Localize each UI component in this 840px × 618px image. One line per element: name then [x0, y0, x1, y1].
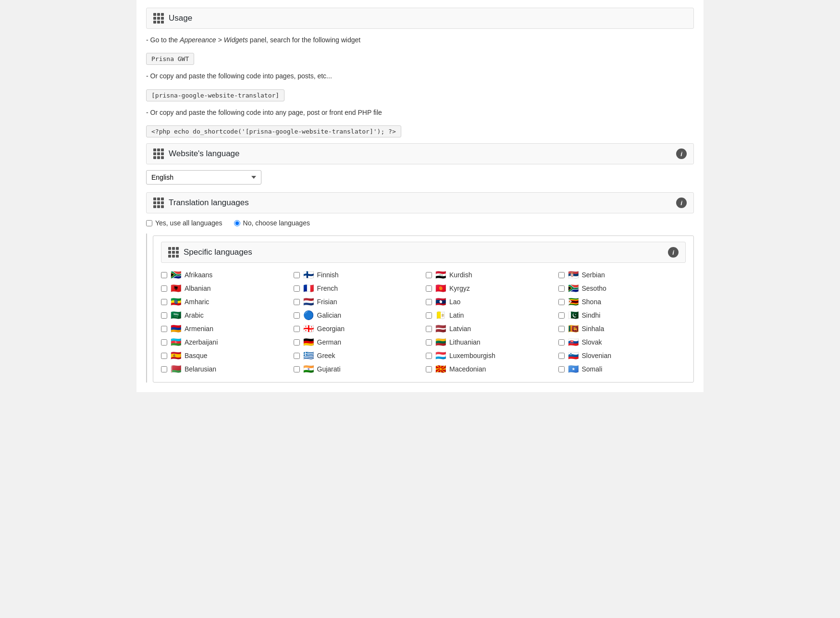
lang-checkbox-macedonian[interactable]: [426, 366, 432, 372]
lang-label-galician: Galician: [317, 311, 342, 319]
website-language-select[interactable]: English Afrikaans Albanian Amharic Arabi…: [146, 170, 261, 185]
grid-dot: [168, 255, 171, 258]
choose-languages-label[interactable]: No, choose languages: [234, 219, 310, 227]
lang-checkbox-arabic[interactable]: [161, 312, 167, 319]
translation-languages-info-icon[interactable]: i: [676, 198, 687, 208]
lang-checkbox-latvian[interactable]: [426, 326, 432, 332]
lang-checkbox-belarusian[interactable]: [161, 366, 167, 372]
website-language-drag-handle[interactable]: [153, 148, 164, 159]
lang-checkbox-kyrgyz[interactable]: [426, 285, 432, 292]
lang-checkbox-gujarati[interactable]: [294, 366, 300, 372]
website-language-header-left: Website's language: [153, 148, 240, 159]
list-item: 🇬🇷 Greek: [294, 350, 421, 361]
lang-checkbox-serbian[interactable]: [558, 272, 565, 278]
list-item: 🇵🇰 Sindhi: [558, 310, 686, 321]
lang-checkbox-amharic[interactable]: [161, 299, 167, 305]
lang-checkbox-lithuanian[interactable]: [426, 339, 432, 346]
list-item: 🇦🇱 Albanian: [161, 283, 289, 294]
list-item: 🇲🇰 Macedonian: [426, 364, 554, 374]
list-item: 🇮🇶 Kurdish: [426, 270, 554, 280]
lang-checkbox-armenian[interactable]: [161, 326, 167, 332]
lang-label-slovak: Slovak: [582, 338, 602, 346]
use-all-languages-checkbox[interactable]: [146, 220, 152, 226]
use-all-languages-label[interactable]: Yes, use all languages: [146, 219, 222, 227]
lang-checkbox-afrikaans[interactable]: [161, 272, 167, 278]
grid-dot: [157, 201, 160, 204]
lang-checkbox-finnish[interactable]: [294, 272, 300, 278]
lang-checkbox-azerbaijani[interactable]: [161, 339, 167, 346]
grid-dot: [153, 152, 156, 155]
grid-dot: [153, 148, 156, 151]
specific-languages-header-left: Specific languages: [168, 247, 252, 258]
lang-checkbox-georgian[interactable]: [294, 326, 300, 332]
flag-kyrgyz: 🇰🇬: [435, 285, 446, 292]
lang-checkbox-basque[interactable]: [161, 353, 167, 359]
lang-label-german: German: [317, 338, 342, 346]
lang-label-lithuanian: Lithuanian: [449, 338, 481, 346]
use-all-languages-text: Yes, use all languages: [155, 219, 222, 227]
php-code-block: <?php echo do_shortcode('[prisna-google-…: [146, 125, 401, 137]
website-language-title: Website's language: [169, 149, 240, 159]
translation-languages-drag-handle[interactable]: [153, 198, 164, 208]
choose-languages-radio[interactable]: [234, 220, 240, 226]
lang-checkbox-albanian[interactable]: [161, 285, 167, 292]
shortcode-block: [prisna-google-website-translator]: [146, 89, 284, 101]
lang-label-frisian: Frisian: [317, 298, 337, 306]
lang-checkbox-sindhi[interactable]: [558, 312, 565, 319]
language-select-wrap: English Afrikaans Albanian Amharic Arabi…: [146, 170, 694, 185]
lang-label-sesotho: Sesotho: [582, 284, 606, 292]
flag-afrikaans: 🇿🇦: [171, 272, 181, 279]
list-item: 🇸🇴 Somali: [558, 364, 686, 374]
lang-checkbox-sesotho[interactable]: [558, 285, 565, 292]
flag-lao: 🇱🇦: [435, 298, 446, 306]
lang-checkbox-slovak[interactable]: [558, 339, 565, 346]
lang-checkbox-shona[interactable]: [558, 299, 565, 305]
grid-dot: [157, 17, 160, 20]
lang-label-kyrgyz: Kyrgyz: [449, 284, 470, 292]
lang-checkbox-luxembourgish[interactable]: [426, 353, 432, 359]
list-item: 🇩🇪 German: [294, 337, 421, 347]
flag-sinhala: 🇱🇰: [568, 325, 579, 333]
usage-header-left: Usage: [153, 13, 192, 24]
lang-checkbox-sinhala[interactable]: [558, 326, 565, 332]
specific-languages-outer: Specific languages i 🇿🇦 Afrikaans: [146, 234, 694, 383]
grid-dot: [153, 21, 156, 24]
list-item: 🇫🇷 French: [294, 283, 421, 294]
grid-dot: [161, 205, 164, 208]
flag-serbian: 🇷🇸: [568, 272, 579, 279]
grid-dot: [153, 13, 156, 16]
lang-checkbox-french[interactable]: [294, 285, 300, 292]
usage-step1-prefix: - Go to the: [146, 36, 180, 44]
lang-checkbox-somali[interactable]: [558, 366, 565, 372]
lang-checkbox-lao[interactable]: [426, 299, 432, 305]
usage-drag-handle[interactable]: [153, 13, 164, 24]
website-language-info-icon[interactable]: i: [676, 148, 687, 159]
lang-checkbox-latin[interactable]: [426, 312, 432, 319]
flag-sesotho: 🇿🇦: [568, 285, 579, 292]
lang-checkbox-frisian[interactable]: [294, 299, 300, 305]
main-container: Usage - Go to the Appereance > Widgets p…: [136, 0, 704, 392]
grid-dot: [157, 152, 160, 155]
grid-dot: [161, 152, 164, 155]
specific-languages-info-icon[interactable]: i: [668, 247, 679, 258]
list-item: 🇱🇻 Latvian: [426, 323, 554, 334]
grid-dot: [161, 13, 164, 16]
lang-checkbox-galician[interactable]: [294, 312, 300, 319]
flag-arabic: 🇸🇦: [171, 312, 181, 319]
grid-dot: [157, 198, 160, 200]
flag-georgian: 🇬🇪: [303, 325, 314, 333]
lang-label-gujarati: Gujarati: [317, 365, 341, 373]
lang-label-finnish: Finnish: [317, 271, 339, 279]
lang-checkbox-kurdish[interactable]: [426, 272, 432, 278]
flag-french: 🇫🇷: [303, 285, 314, 292]
lang-checkbox-greek[interactable]: [294, 353, 300, 359]
lang-checkbox-german[interactable]: [294, 339, 300, 346]
lang-label-armenian: Armenian: [185, 325, 213, 333]
lang-label-macedonian: Macedonian: [449, 365, 486, 373]
usage-section-header: Usage: [146, 8, 694, 29]
lang-checkbox-slovenian[interactable]: [558, 353, 565, 359]
grid-dot: [153, 156, 156, 159]
list-item: 🇫🇮 Finnish: [294, 270, 421, 280]
specific-languages-drag-handle[interactable]: [168, 247, 179, 258]
languages-grid: 🇿🇦 Afrikaans 🇫🇮 Finnish 🇮🇶 Kurdish: [161, 270, 686, 374]
